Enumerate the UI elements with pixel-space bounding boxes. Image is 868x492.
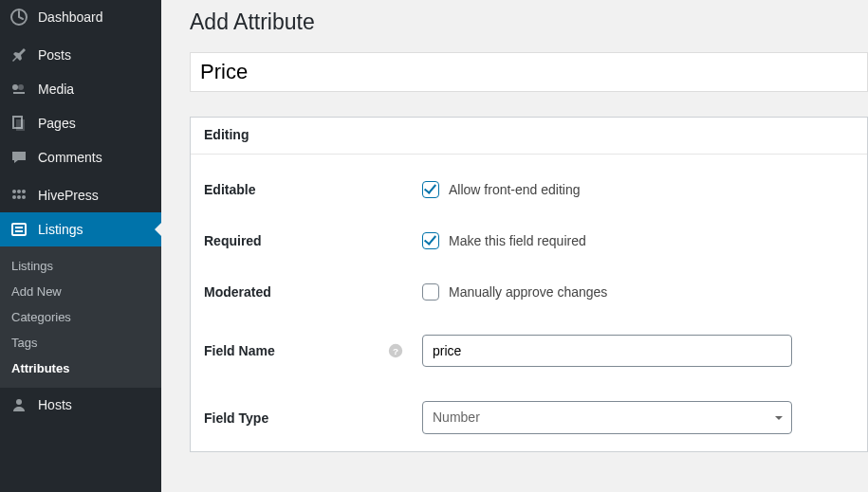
svg-rect-12 bbox=[12, 224, 26, 235]
submenu-item-label: Tags bbox=[11, 336, 37, 350]
attribute-title-input[interactable] bbox=[190, 52, 868, 92]
sidebar-item-label: HivePress bbox=[38, 188, 99, 203]
svg-point-10 bbox=[17, 195, 21, 199]
sidebar-item-label: Pages bbox=[38, 116, 76, 131]
label-required: Required bbox=[204, 233, 422, 248]
checkbox-editable[interactable] bbox=[422, 181, 439, 198]
row-field-name: Field Name ? bbox=[204, 318, 854, 384]
listings-icon bbox=[9, 220, 28, 239]
sidebar-item-label: Dashboard bbox=[38, 9, 103, 25]
submenu-item-add-new[interactable]: Add New bbox=[0, 279, 161, 304]
label-moderated: Moderated bbox=[204, 284, 422, 300]
checkbox-moderated[interactable] bbox=[422, 283, 439, 301]
editing-panel: Editing Editable Allow front-end editing… bbox=[190, 117, 868, 452]
help-icon[interactable]: ? bbox=[386, 341, 405, 360]
main-content: Add Attribute Editing Editable Allow fro… bbox=[161, 0, 868, 492]
svg-point-8 bbox=[22, 190, 26, 193]
label-editable: Editable bbox=[204, 182, 422, 197]
svg-point-11 bbox=[22, 195, 26, 199]
label-text: Editable bbox=[204, 182, 255, 197]
field-name-input[interactable] bbox=[422, 335, 792, 367]
sidebar-item-hivepress[interactable]: HivePress bbox=[0, 178, 161, 212]
sidebar-item-label: Posts bbox=[38, 47, 71, 63]
row-moderated: Moderated Manually approve changes bbox=[204, 266, 854, 318]
svg-point-1 bbox=[12, 84, 18, 90]
sidebar-item-label: Listings bbox=[38, 222, 83, 237]
pin-icon bbox=[9, 46, 28, 64]
label-text: Moderated bbox=[204, 284, 271, 300]
submenu-item-attributes[interactable]: Attributes bbox=[0, 355, 161, 381]
submenu-item-listings[interactable]: Listings bbox=[0, 253, 161, 279]
field-type-select[interactable]: Number bbox=[422, 401, 792, 433]
svg-text:?: ? bbox=[393, 346, 398, 356]
sidebar-item-hosts[interactable]: Hosts bbox=[0, 388, 161, 422]
row-editable: Editable Allow front-end editing bbox=[204, 164, 854, 215]
page-title: Add Attribute bbox=[190, 9, 868, 35]
submenu-item-label: Listings bbox=[11, 259, 53, 273]
field-type-selected: Number bbox=[422, 401, 792, 433]
submenu-item-tags[interactable]: Tags bbox=[0, 330, 161, 355]
row-field-type: Field Type Number bbox=[204, 384, 854, 450]
sidebar-item-listings[interactable]: Listings bbox=[0, 212, 161, 246]
chevron-down-icon bbox=[775, 416, 783, 424]
label-field-name: Field Name ? bbox=[204, 341, 422, 360]
sidebar-item-comments[interactable]: Comments bbox=[0, 140, 161, 174]
sidebar-submenu: Listings Add New Categories Tags Attribu… bbox=[0, 246, 161, 388]
sidebar-item-label: Hosts bbox=[38, 397, 72, 412]
submenu-item-label: Categories bbox=[11, 310, 71, 324]
checkbox-required-label: Make this field required bbox=[449, 233, 586, 248]
panel-header: Editing bbox=[191, 118, 867, 155]
sidebar-item-media[interactable]: Media bbox=[0, 72, 161, 106]
submenu-item-categories[interactable]: Categories bbox=[0, 304, 161, 330]
user-icon bbox=[9, 395, 28, 414]
sidebar-item-label: Comments bbox=[38, 150, 102, 165]
dashboard-icon bbox=[9, 8, 28, 27]
sidebar-item-dashboard[interactable]: Dashboard bbox=[0, 0, 161, 34]
sidebar-item-posts[interactable]: Posts bbox=[0, 38, 161, 72]
label-field-type: Field Type bbox=[204, 410, 422, 426]
admin-sidebar: Dashboard Posts Media Pages Comments Hiv… bbox=[0, 0, 161, 492]
label-text: Field Type bbox=[204, 410, 268, 426]
panel-body: Editable Allow front-end editing Require… bbox=[191, 155, 867, 451]
checkbox-required[interactable] bbox=[422, 232, 439, 249]
sidebar-item-pages[interactable]: Pages bbox=[0, 106, 161, 140]
svg-point-9 bbox=[12, 195, 16, 199]
media-icon bbox=[9, 80, 28, 99]
comments-icon bbox=[9, 148, 28, 167]
submenu-item-label: Add New bbox=[11, 284, 62, 299]
checkbox-editable-label: Allow front-end editing bbox=[449, 182, 581, 197]
pages-icon bbox=[9, 114, 28, 133]
svg-point-6 bbox=[12, 190, 16, 193]
sidebar-item-label: Media bbox=[38, 82, 74, 97]
label-text: Field Name bbox=[204, 343, 275, 358]
svg-point-15 bbox=[16, 399, 22, 405]
row-required: Required Make this field required bbox=[204, 215, 854, 266]
label-text: Required bbox=[204, 233, 262, 248]
submenu-item-label: Attributes bbox=[11, 361, 69, 375]
svg-point-2 bbox=[18, 84, 24, 90]
svg-rect-3 bbox=[13, 92, 25, 94]
checkbox-moderated-label: Manually approve changes bbox=[449, 284, 607, 300]
hivepress-icon bbox=[9, 186, 28, 205]
svg-rect-5 bbox=[16, 119, 25, 131]
svg-point-7 bbox=[17, 190, 21, 193]
